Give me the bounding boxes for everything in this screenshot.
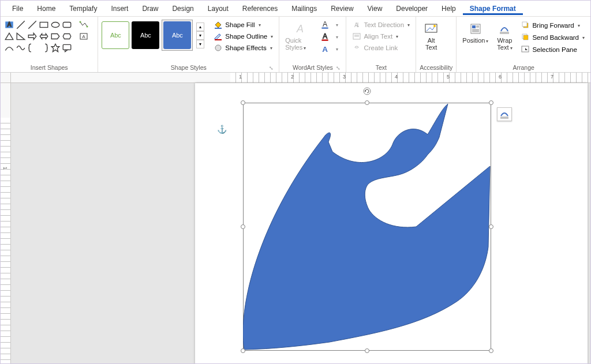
svg-rect-47 <box>523 35 528 40</box>
shape-selection[interactable] <box>243 103 491 351</box>
svg-rect-20 <box>215 28 222 29</box>
anchor-icon[interactable]: ⚓ <box>217 125 227 134</box>
rotation-handle[interactable] <box>362 87 372 96</box>
shape-effects-button[interactable]: Shape Effects <box>211 43 275 53</box>
send-backward-button[interactable]: Send Backward <box>518 32 587 43</box>
shape-gallery[interactable]: A <box>4 20 72 53</box>
group-insert-shapes: A A <box>1 17 98 72</box>
shape-hexagon-icon[interactable] <box>62 31 72 42</box>
shape-arrow-icon[interactable] <box>27 31 38 42</box>
shape-rtriangle-icon[interactable] <box>16 31 26 42</box>
style-gallery-more[interactable]: ▾ <box>196 40 204 48</box>
menu-insert[interactable]: Insert <box>104 2 135 15</box>
group-text: A Text Direction Align Text Create Link … <box>346 17 416 72</box>
menu-references[interactable]: References <box>235 2 285 15</box>
svg-marker-12 <box>63 34 71 39</box>
wrap-text-button[interactable]: Wrap Text <box>493 20 516 52</box>
menu-layout[interactable]: Layout <box>201 2 235 15</box>
layout-options-button[interactable] <box>497 107 512 121</box>
svg-text:A: A <box>323 32 328 40</box>
text-fill-button[interactable]: A <box>320 20 330 30</box>
shape-styles-launcher[interactable]: ⤡ <box>268 65 274 71</box>
svg-marker-49 <box>525 48 528 50</box>
text-outline-button[interactable]: A <box>320 32 330 42</box>
svg-point-16 <box>80 21 81 23</box>
resize-handle-bl[interactable] <box>241 348 245 353</box>
shape-textbox-icon[interactable]: A <box>4 20 14 30</box>
svg-text:A: A <box>8 21 12 28</box>
resize-handle-mr[interactable] <box>489 224 493 229</box>
svg-marker-13 <box>51 44 59 52</box>
shape-arc-icon[interactable] <box>4 43 14 53</box>
create-link-button[interactable]: Create Link <box>350 43 412 53</box>
svg-line-2 <box>17 21 25 29</box>
style-gallery-up[interactable]: ▴ <box>196 22 204 31</box>
text-fill-dropdown[interactable]: ▾ <box>332 20 342 30</box>
menu-templafy[interactable]: Templafy <box>62 2 104 15</box>
resize-handle-tm[interactable] <box>365 100 369 105</box>
menu-draw[interactable]: Draw <box>135 2 165 15</box>
shape-pentagon-icon[interactable] <box>50 31 61 42</box>
align-text-button[interactable]: Align Text <box>350 31 412 42</box>
document-area: 1 2 3 4 5 6 7 1 ⚓ <box>1 73 590 364</box>
menu-developer[interactable]: Developer <box>389 2 435 15</box>
menu-view[interactable]: View <box>361 2 390 15</box>
effects-icon <box>214 43 223 52</box>
text-direction-button[interactable]: A Text Direction <box>350 20 412 30</box>
shape-star-icon[interactable] <box>50 43 61 53</box>
resize-handle-tl[interactable] <box>241 100 245 105</box>
draw-textbox-button[interactable]: A <box>78 31 89 42</box>
resize-handle-br[interactable] <box>489 348 493 353</box>
quick-styles-label: Quick Styles <box>285 37 315 51</box>
selection-pane-button[interactable]: Selection Pane <box>518 44 587 55</box>
svg-rect-36 <box>472 25 476 28</box>
style-gallery-down[interactable]: ▾ <box>196 31 204 40</box>
menu-shape-format[interactable]: Shape Format <box>463 2 523 15</box>
resize-handle-tr[interactable] <box>489 100 493 105</box>
shape-brace2-icon[interactable] <box>39 43 49 53</box>
menu-home[interactable]: Home <box>30 2 62 15</box>
menu-review[interactable]: Review <box>324 2 360 15</box>
shape-fill-button[interactable]: Shape Fill <box>211 20 275 30</box>
bring-forward-button[interactable]: Bring Forward <box>518 20 587 31</box>
shape-doublearrow-icon[interactable] <box>39 31 49 42</box>
selection-pane-icon <box>521 44 530 55</box>
text-effects-button[interactable]: A <box>320 44 330 54</box>
svg-text:A: A <box>82 34 85 39</box>
menu-help[interactable]: Help <box>435 2 463 15</box>
svg-rect-4 <box>40 22 48 28</box>
shape-oval-icon[interactable] <box>50 20 61 30</box>
freeform-shape[interactable] <box>243 103 491 351</box>
shape-line-icon[interactable] <box>16 20 26 30</box>
resize-handle-bm[interactable] <box>365 348 369 353</box>
menu-file[interactable]: File <box>5 2 30 15</box>
position-button[interactable]: Position <box>460 20 491 45</box>
shape-callout-icon[interactable] <box>62 43 72 53</box>
quick-styles-button[interactable]: A Quick Styles <box>283 20 317 52</box>
shape-outline-button[interactable]: Shape Outline <box>211 31 275 42</box>
edit-shape-button[interactable] <box>78 20 89 30</box>
shape-curve-icon[interactable] <box>16 43 26 53</box>
shape-rect-icon[interactable] <box>39 20 49 30</box>
wrap-text-label-1: Wrap <box>497 37 512 44</box>
shape-outline-label: Shape Outline <box>225 33 267 40</box>
horizontal-ruler[interactable]: 1 2 3 4 5 6 7 <box>11 73 590 83</box>
shape-brace-icon[interactable] <box>27 43 38 53</box>
shape-line2-icon[interactable] <box>27 20 38 30</box>
menu-bar: File Home Templafy Insert Draw Design La… <box>1 1 590 17</box>
menu-design[interactable]: Design <box>165 2 200 15</box>
style-preset-1[interactable]: Abc <box>102 21 129 49</box>
style-preset-2[interactable]: Abc <box>132 21 159 49</box>
vertical-ruler[interactable]: 1 <box>1 83 11 364</box>
shape-triangle-icon[interactable] <box>4 31 14 42</box>
group-shape-styles: Abc Abc Abc ▴ ▾ ▾ Shape Fill Shape Outli… <box>98 17 279 72</box>
text-effects-dropdown[interactable]: ▾ <box>332 44 342 54</box>
shape-roundrect-icon[interactable] <box>62 20 72 30</box>
resize-handle-ml[interactable] <box>241 224 245 229</box>
wordart-launcher[interactable]: ⤡ <box>335 65 341 71</box>
text-outline-dropdown[interactable]: ▾ <box>332 32 342 42</box>
alt-text-button[interactable]: Alt Text <box>420 20 443 52</box>
menu-mailings[interactable]: Mailings <box>285 2 324 15</box>
group-label-shape-styles: Shape Styles ⤡ <box>102 63 275 72</box>
style-preset-3-active[interactable]: Abc <box>163 21 191 49</box>
